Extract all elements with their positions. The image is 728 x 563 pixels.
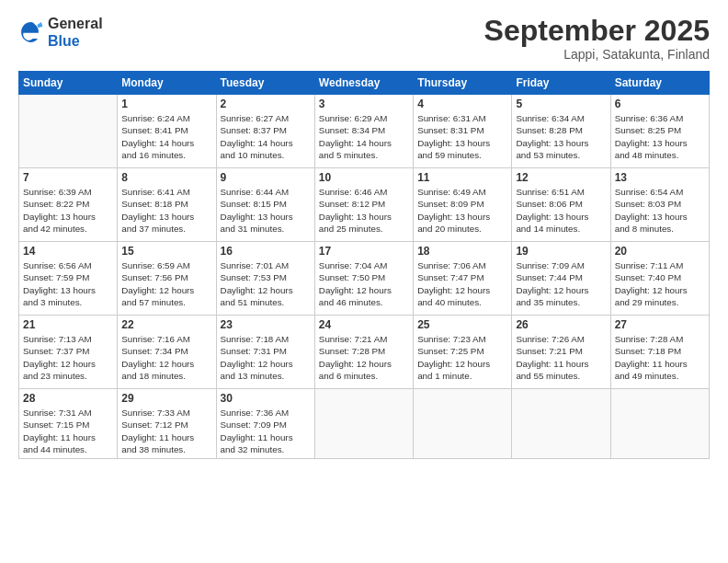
day-number: 6: [615, 98, 705, 110]
calendar: SundayMondayTuesdayWednesdayThursdayFrid…: [18, 71, 710, 459]
day-info: Sunrise: 6:59 AMSunset: 7:56 PMDaylight:…: [121, 259, 211, 308]
day-number: 17: [319, 245, 409, 258]
day-info: Sunrise: 7:21 AMSunset: 7:28 PMDaylight:…: [319, 333, 409, 382]
calendar-cell: 3Sunrise: 6:29 AMSunset: 8:34 PMDaylight…: [314, 95, 413, 168]
calendar-cell: 27Sunrise: 7:28 AMSunset: 7:18 PMDayligh…: [610, 316, 709, 389]
day-info: Sunrise: 6:24 AMSunset: 8:41 PMDaylight:…: [121, 112, 211, 161]
day-info: Sunrise: 7:04 AMSunset: 7:50 PMDaylight:…: [319, 259, 409, 308]
calendar-cell: 29Sunrise: 7:33 AMSunset: 7:12 PMDayligh…: [118, 389, 216, 459]
month-title: September 2025: [484, 15, 710, 47]
day-info: Sunrise: 6:36 AMSunset: 8:25 PMDaylight:…: [615, 112, 705, 161]
title-block: September 2025 Lappi, Satakunta, Finland: [484, 15, 710, 62]
day-info: Sunrise: 6:29 AMSunset: 8:34 PMDaylight:…: [319, 112, 409, 161]
weekday-header-wednesday: Wednesday: [314, 72, 413, 95]
calendar-cell: 2Sunrise: 6:27 AMSunset: 8:37 PMDaylight…: [216, 95, 314, 168]
logo-text: General Blue: [48, 15, 103, 50]
day-info: Sunrise: 7:31 AMSunset: 7:15 PMDaylight:…: [23, 407, 113, 455]
day-info: Sunrise: 6:41 AMSunset: 8:18 PMDaylight:…: [121, 186, 211, 235]
weekday-header-thursday: Thursday: [414, 72, 512, 95]
calendar-cell: 15Sunrise: 6:59 AMSunset: 7:56 PMDayligh…: [118, 242, 216, 316]
calendar-cell: 26Sunrise: 7:26 AMSunset: 7:21 PMDayligh…: [512, 316, 610, 389]
logo-blue: Blue: [48, 32, 103, 50]
day-number: 16: [221, 245, 311, 258]
day-number: 29: [121, 392, 211, 405]
calendar-cell: 20Sunrise: 7:11 AMSunset: 7:40 PMDayligh…: [610, 242, 709, 316]
day-number: 20: [615, 245, 705, 258]
day-number: 19: [516, 245, 606, 258]
calendar-cell: [314, 389, 413, 459]
calendar-cell: 25Sunrise: 7:23 AMSunset: 7:25 PMDayligh…: [414, 316, 512, 389]
day-number: 5: [516, 98, 606, 110]
calendar-cell: [512, 389, 610, 459]
day-info: Sunrise: 6:31 AMSunset: 8:31 PMDaylight:…: [417, 112, 507, 161]
calendar-week-row: 28Sunrise: 7:31 AMSunset: 7:15 PMDayligh…: [19, 389, 710, 459]
calendar-cell: 14Sunrise: 6:56 AMSunset: 7:59 PMDayligh…: [19, 242, 118, 316]
weekday-header-tuesday: Tuesday: [216, 72, 314, 95]
weekday-header-friday: Friday: [512, 72, 610, 95]
calendar-cell: 28Sunrise: 7:31 AMSunset: 7:15 PMDayligh…: [19, 389, 118, 459]
day-number: 9: [221, 171, 311, 184]
day-number: 11: [417, 171, 507, 184]
calendar-cell: 16Sunrise: 7:01 AMSunset: 7:53 PMDayligh…: [216, 242, 314, 316]
calendar-cell: 24Sunrise: 7:21 AMSunset: 7:28 PMDayligh…: [314, 316, 413, 389]
day-info: Sunrise: 6:51 AMSunset: 8:06 PMDaylight:…: [516, 186, 606, 235]
day-number: 2: [221, 98, 311, 110]
day-number: 26: [516, 318, 606, 331]
calendar-cell: 1Sunrise: 6:24 AMSunset: 8:41 PMDaylight…: [118, 95, 216, 168]
weekday-header-row: SundayMondayTuesdayWednesdayThursdayFrid…: [19, 72, 710, 95]
calendar-cell: [19, 95, 118, 168]
calendar-cell: 9Sunrise: 6:44 AMSunset: 8:15 PMDaylight…: [216, 168, 314, 242]
day-info: Sunrise: 7:28 AMSunset: 7:18 PMDaylight:…: [615, 333, 705, 382]
day-number: 8: [121, 171, 211, 184]
weekday-header-monday: Monday: [118, 72, 216, 95]
day-info: Sunrise: 7:11 AMSunset: 7:40 PMDaylight:…: [615, 259, 705, 308]
day-number: 21: [23, 318, 113, 331]
calendar-cell: 22Sunrise: 7:16 AMSunset: 7:34 PMDayligh…: [118, 316, 216, 389]
day-info: Sunrise: 6:27 AMSunset: 8:37 PMDaylight:…: [221, 112, 311, 161]
weekday-header-sunday: Sunday: [19, 72, 118, 95]
day-info: Sunrise: 7:23 AMSunset: 7:25 PMDaylight:…: [417, 333, 507, 382]
day-number: 4: [417, 98, 507, 110]
calendar-cell: 18Sunrise: 7:06 AMSunset: 7:47 PMDayligh…: [414, 242, 512, 316]
day-info: Sunrise: 7:16 AMSunset: 7:34 PMDaylight:…: [121, 333, 211, 382]
calendar-cell: 13Sunrise: 6:54 AMSunset: 8:03 PMDayligh…: [610, 168, 709, 242]
calendar-cell: 21Sunrise: 7:13 AMSunset: 7:37 PMDayligh…: [19, 316, 118, 389]
calendar-cell: 19Sunrise: 7:09 AMSunset: 7:44 PMDayligh…: [512, 242, 610, 316]
location: Lappi, Satakunta, Finland: [484, 47, 710, 62]
day-info: Sunrise: 7:18 AMSunset: 7:31 PMDaylight:…: [221, 333, 311, 382]
day-number: 25: [417, 318, 507, 331]
day-number: 13: [615, 171, 705, 184]
calendar-cell: 23Sunrise: 7:18 AMSunset: 7:31 PMDayligh…: [216, 316, 314, 389]
logo-general: General: [48, 15, 103, 32]
day-number: 15: [121, 245, 211, 258]
header: General Blue September 2025 Lappi, Satak…: [18, 15, 710, 62]
calendar-week-row: 14Sunrise: 6:56 AMSunset: 7:59 PMDayligh…: [19, 242, 710, 316]
day-number: 27: [615, 318, 705, 331]
calendar-cell: 4Sunrise: 6:31 AMSunset: 8:31 PMDaylight…: [414, 95, 512, 168]
calendar-cell: 17Sunrise: 7:04 AMSunset: 7:50 PMDayligh…: [314, 242, 413, 316]
day-number: 10: [319, 171, 409, 184]
day-info: Sunrise: 6:49 AMSunset: 8:09 PMDaylight:…: [417, 186, 507, 235]
day-number: 28: [23, 392, 113, 405]
calendar-cell: 12Sunrise: 6:51 AMSunset: 8:06 PMDayligh…: [512, 168, 610, 242]
day-number: 22: [121, 318, 211, 331]
calendar-cell: [610, 389, 709, 459]
day-info: Sunrise: 6:56 AMSunset: 7:59 PMDaylight:…: [23, 259, 113, 308]
day-info: Sunrise: 7:09 AMSunset: 7:44 PMDaylight:…: [516, 259, 606, 308]
calendar-cell: 11Sunrise: 6:49 AMSunset: 8:09 PMDayligh…: [414, 168, 512, 242]
calendar-cell: 10Sunrise: 6:46 AMSunset: 8:12 PMDayligh…: [314, 168, 413, 242]
day-info: Sunrise: 6:54 AMSunset: 8:03 PMDaylight:…: [615, 186, 705, 235]
calendar-week-row: 1Sunrise: 6:24 AMSunset: 8:41 PMDaylight…: [19, 95, 710, 168]
calendar-week-row: 21Sunrise: 7:13 AMSunset: 7:37 PMDayligh…: [19, 316, 710, 389]
day-number: 14: [23, 245, 113, 258]
day-number: 12: [516, 171, 606, 184]
day-info: Sunrise: 6:44 AMSunset: 8:15 PMDaylight:…: [221, 186, 311, 235]
calendar-cell: 6Sunrise: 6:36 AMSunset: 8:25 PMDaylight…: [610, 95, 709, 168]
day-number: 18: [417, 245, 507, 258]
day-number: 30: [221, 392, 311, 405]
calendar-cell: [414, 389, 512, 459]
day-number: 24: [319, 318, 409, 331]
calendar-cell: 8Sunrise: 6:41 AMSunset: 8:18 PMDaylight…: [118, 168, 216, 242]
day-info: Sunrise: 6:39 AMSunset: 8:22 PMDaylight:…: [23, 186, 113, 235]
day-info: Sunrise: 7:26 AMSunset: 7:21 PMDaylight:…: [516, 333, 606, 382]
